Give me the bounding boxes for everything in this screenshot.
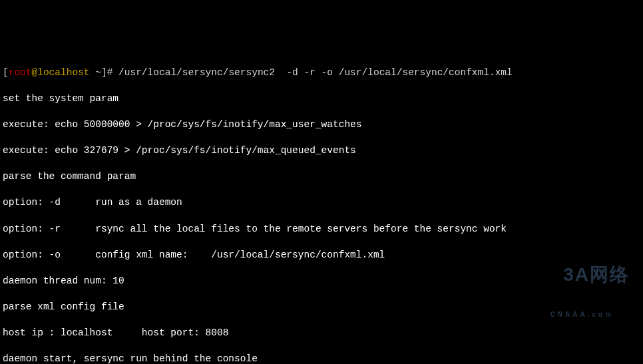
prompt-open: [ [3, 67, 9, 78]
prompt-close: ]# [101, 67, 118, 78]
prompt-line[interactable]: [root@localhost ~]# /usr/local/sersync/s… [3, 67, 640, 80]
command-text: /usr/local/sersync/sersync2 -d -r -o /us… [118, 67, 513, 78]
output-line: option: -d run as a daemon [3, 196, 640, 210]
terminal-output: [root@localhost ~]# /usr/local/sersync/s… [3, 53, 640, 364]
prompt-at: @ [32, 67, 38, 78]
output-line: option: -o config xml name: /usr/local/s… [3, 249, 640, 262]
output-line: set the system param [3, 92, 640, 106]
output-line: parse xml config file [3, 301, 640, 314]
output-line: daemon start, sersync run behind the con… [3, 353, 640, 364]
output-line: execute: echo 50000000 > /proc/sys/fs/in… [3, 118, 640, 132]
output-line: execute: echo 327679 > /proc/sys/fs/inot… [3, 144, 640, 158]
prompt-user: root [9, 67, 32, 78]
output-line: option: -r rsync all the local files to … [3, 223, 640, 236]
output-line: parse the command param [3, 170, 640, 184]
output-line: host ip : localhost host port: 8008 [3, 327, 640, 340]
prompt-host: localhost [37, 67, 89, 78]
output-line: daemon thread num: 10 [3, 275, 640, 288]
prompt-path: ~ [90, 67, 101, 78]
